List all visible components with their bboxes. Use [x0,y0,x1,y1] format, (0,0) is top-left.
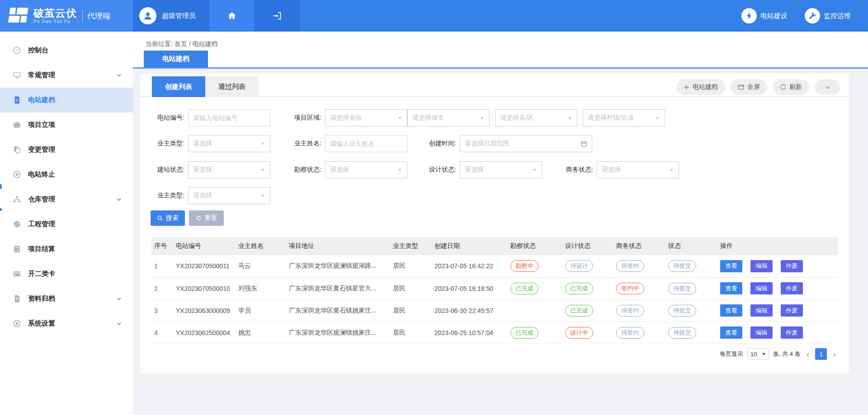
status-badge: 已完成 [565,283,593,294]
town-select[interactable]: 请选择村镇/街道▼ [583,109,665,126]
void-button[interactable]: 作废 [781,326,803,339]
caret-down-icon: ▼ [480,116,485,120]
filter-build-status: 建站状态: 请选择▼ [151,161,270,178]
created-date: 2023-07-05 16:42:22 [432,255,508,277]
file-icon [12,294,21,303]
sidebar-item-console[interactable]: 控制台 [0,38,133,63]
refresh-button[interactable]: 刷新 [773,79,809,95]
county-select[interactable]: 请选择县/区▼ [495,109,577,126]
home-button[interactable] [209,0,254,32]
sidebar-item-open-type2-card[interactable]: 开二类卡 [0,261,133,286]
logout-button[interactable] [254,0,300,32]
monitor-icon [12,71,21,80]
status-badge: 待提交 [668,283,696,294]
sidebar-item-label: 常规管理 [28,71,116,79]
select-placeholder: 请选择 [193,166,212,174]
filter-label: 建站状态: [151,166,184,174]
owner-name: 姚忠 [236,322,286,344]
caret-down-icon: ▼ [532,168,537,172]
col-business-status: 商务状态 [613,237,665,255]
owner-name-input[interactable] [330,140,402,147]
survey-status-select[interactable]: 请选择▼ [325,161,407,178]
brand-title: 破茧云伏 [33,8,77,19]
avatar[interactable] [139,7,156,24]
search-button[interactable]: 搜索 [151,210,185,226]
business-status-select[interactable]: 请选择▼ [597,161,679,178]
station-code-input[interactable] [193,114,265,121]
fullscreen-label: 全屏 [747,83,760,91]
sidebar-item-project-settlement[interactable]: 项目结算 [0,237,133,261]
view-button[interactable]: 查看 [720,304,742,317]
tab-create-list[interactable]: 创建列表 [152,76,205,97]
sidebar-item-label: 仓库管理 [28,195,116,204]
view-button[interactable]: 查看 [720,282,742,294]
caret-down-icon: ▼ [260,168,265,172]
page-tab-station-archive[interactable]: 电站建档 [144,51,208,67]
void-button[interactable]: 作废 [781,304,803,317]
sidebar-item-change-mgmt[interactable]: 变更管理 [0,137,133,162]
chevron-down-icon [825,84,830,90]
edit-button[interactable]: 编辑 [750,304,773,317]
collapse-toolbar-button[interactable] [815,79,840,95]
view-button[interactable]: 查看 [720,326,742,339]
page-number-1[interactable]: 1 [815,348,827,360]
sidebar-item-data-archive[interactable]: 资料归档 [0,286,133,311]
sidebar-item-general-mgmt[interactable]: 常规管理 [0,63,133,88]
tab-passed-list[interactable]: 通过列表 [205,76,259,97]
filter-owner-name: 业主姓名: [288,135,407,152]
sidebar-item-station-termination[interactable]: 电站终止 [0,162,133,187]
void-button[interactable]: 作废 [781,260,803,272]
owner-type-select[interactable]: 请选择▼ [188,135,270,152]
created-date: 2023-07-05 16:18:50 [432,277,508,299]
per-page-value: 10 [750,351,757,358]
filter-actions: 搜索 重置 [151,210,224,226]
filter-owner-type-2: 业主类型: 请选择▼ [151,187,270,204]
sidebar-item-warehouse-mgmt[interactable]: 仓库管理 [0,187,133,212]
build-status-select[interactable]: 请选择▼ [188,161,270,178]
design-status-select[interactable]: 请选择▼ [460,161,542,178]
filter-station-code: 电站编号: [151,109,270,126]
caret-down-icon: ▼ [397,116,402,120]
per-page-label: 每页显示 [720,350,743,358]
nav-station-build[interactable]: 电站建设 [741,0,788,32]
reset-button[interactable]: 重置 [189,210,224,226]
view-button[interactable]: 查看 [720,260,742,272]
edit-button[interactable]: 编辑 [750,260,773,272]
sitemap-icon [12,195,21,204]
fullscreen-button[interactable]: 全屏 [731,79,767,95]
filter-created-time: 创建时间: 请选择日期范围 [422,135,592,152]
filter-survey-status: 勘察状态: 请选择▼ [288,161,407,178]
chevron-down-icon [116,296,122,302]
owner-type: 居民 [390,277,432,299]
filter-county: 请选择县/区▼ [495,109,577,126]
pagination: 每页显示 10 ▼ 条, 共 4 条 ‹ 1 › [720,348,838,360]
briefcase-icon [12,121,21,130]
city-select[interactable]: 请选择城市▼ [407,109,490,126]
prev-page-button[interactable]: ‹ [805,350,811,359]
brand-name: 破茧云伏 Po Jian Yun Fu [33,8,77,24]
edit-button[interactable]: 编辑 [750,326,773,339]
sidebar-item-project-initiation[interactable]: 项目立项 [0,112,133,137]
province-select[interactable]: 请选择省份▼ [325,109,407,126]
chevron-down-icon [116,72,122,78]
divider [82,10,83,22]
main-content: 当前位置: 首页 / 电站建档 电站建档 创建列表 通过列表 [133,32,868,415]
edit-button[interactable]: 编辑 [750,282,773,294]
sidebar-item-engineering-mgmt[interactable]: 工程管理 [0,212,133,237]
nav-station-build-label: 电站建设 [760,12,788,20]
sidebar-item-label: 资料归档 [28,294,116,303]
select-placeholder: 请选择城市 [412,114,444,122]
void-button[interactable]: 作废 [781,282,803,294]
status-badge: 待签约 [616,305,644,317]
select-placeholder: 请选择 [602,166,621,174]
owner-type-select-2[interactable]: 请选择▼ [188,187,270,204]
per-page-select[interactable]: 10 ▼ [747,348,769,360]
nav-monitor-ops[interactable]: 监控运维 [805,0,851,32]
user-name: 超级管理员 [162,12,196,20]
user-section[interactable]: 超级管理员 [133,0,209,32]
date-range-picker[interactable]: 请选择日期范围 [460,135,592,152]
sidebar-item-station-archive[interactable]: 电站建档 [0,88,133,112]
sidebar-item-system-settings[interactable]: 系统设置 [0,311,133,336]
create-station-button[interactable]: 电站建档 [676,79,725,95]
next-page-button[interactable]: › [831,350,838,359]
